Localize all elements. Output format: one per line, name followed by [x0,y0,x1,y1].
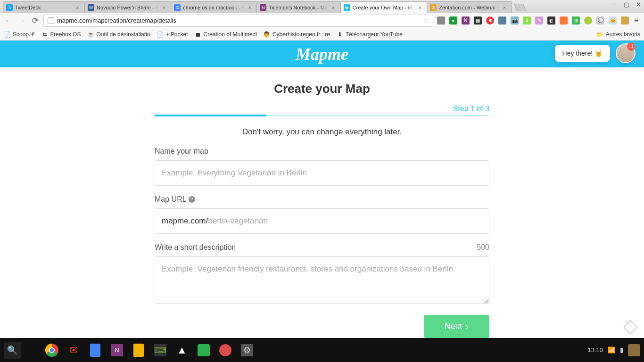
tab-title: Zentation.com - Webinar s [439,5,500,10]
browser-menu-icon[interactable]: ≡ [633,16,640,25]
ext-icon-7[interactable]: 📷 [511,16,519,25]
bookmark-item[interactable]: ⇆Freebox OS [41,31,81,38]
back-button[interactable]: ← [4,16,13,25]
ext-icon-6[interactable] [498,16,506,25]
onenote-icon[interactable]: N [462,16,470,25]
tab-close-icon[interactable]: × [503,5,509,10]
ext-icon-8[interactable]: ⬇ [523,16,531,25]
browser-tab[interactable]: 𝕏TweetDeck× [3,1,85,13]
bookmark-icon: 📄 [4,31,10,38]
url-input-group[interactable]: mapme.com/ berlin-vegetarian [155,208,489,234]
support-chat[interactable]: Hey there! 🤘 1 [555,43,636,63]
page-title: Create your Map [155,82,489,96]
clock: 13:10 [587,346,603,354]
ext-icon-2[interactable]: ● [449,16,457,25]
tab-close-icon[interactable]: × [332,5,338,10]
bookmark-icon: 📄 [157,31,163,38]
bookmarks-bar: 📄Scoop.it!⇆Freebox OS☕Outil de désinstal… [0,28,644,41]
chat-bubble[interactable]: Hey there! 🤘 [555,45,610,62]
ext-icon-5[interactable]: ✱ [486,16,494,25]
app-header: Mapme [0,41,644,67]
ext-icon-9[interactable]: ✎ [535,16,543,25]
tab-favicon: N [260,4,266,11]
settings-app-icon[interactable]: ⚙ [239,342,256,359]
tab-favicon: W [88,4,94,11]
slides-app-icon[interactable] [130,342,147,359]
tab-close-icon[interactable]: × [248,5,254,10]
minimize-icon[interactable]: — [611,1,617,8]
ext-icon-11[interactable] [560,16,568,25]
user-avatar-icon[interactable] [628,344,640,356]
bookmark-label: Freebox OS [50,31,81,38]
app-icon-6[interactable]: ⌨ [152,342,169,359]
docs-app-icon[interactable] [87,342,104,359]
bookmark-item[interactable]: 👨Cyberhistoiregeo.fr : re [264,31,330,38]
bookmark-item[interactable]: ◼Creation of Multimedi [195,31,257,38]
corner-badge-icon[interactable] [623,320,637,334]
reload-button[interactable]: ⟳ [30,16,40,25]
new-tab-button[interactable] [514,4,526,11]
search-button[interactable]: 🔍 [4,342,21,359]
address-bar[interactable]: mapme.com/mapcreation/createmap/details … [43,15,433,27]
tab-favicon: G [174,4,181,11]
browser-tab[interactable]: NTiceman's Notebook - Mic× [256,1,340,13]
ext-icon-1[interactable] [437,16,445,25]
tab-title: Novodio Power'n Share - E [97,5,159,10]
chat-text: Hey there! 🤘 [562,49,603,57]
bookmark-label: Outil de désinstallatio [96,31,150,38]
chrome-app-icon[interactable] [43,342,60,359]
description-input[interactable] [155,256,489,304]
ext-icon-16[interactable] [621,16,629,25]
url-field: Map URL ? mapme.com/ berlin-vegetarian [155,195,489,234]
tab-close-icon[interactable]: × [76,5,82,10]
bookmark-item[interactable]: ⬇Téléchargeur YouTube [337,31,403,38]
url-placeholder: berlin-vegetarian [208,216,268,226]
bookmark-item[interactable]: 📄Scoop.it! [4,31,35,38]
browser-tab[interactable]: WNovodio Power'n Share - E× [84,1,171,13]
chat-avatar[interactable]: 1 [616,43,636,63]
ext-icon-12[interactable]: ⊞ [572,16,580,25]
system-tray[interactable]: 13:10 📶 ▮ [587,344,640,356]
subtitle-text: Don't worry, you can change everything l… [155,127,489,137]
bookmark-item[interactable]: ☕Outil de désinstallatio [87,31,150,38]
url-text: mapme.com/mapcreation/createmap/details [57,17,176,24]
bookmark-icon: 👨 [264,31,270,38]
bookmark-star-icon[interactable]: ☆ [423,17,429,25]
mapme-logo[interactable]: Mapme [296,44,348,64]
tab-favicon: ◆ [344,4,350,11]
ext-icon-13[interactable] [584,16,592,25]
browser-tab[interactable]: Gchrome os on macbook - F× [171,1,257,13]
bookmark-item[interactable]: 📄+ Pocket [157,31,188,38]
tab-title: Ticeman's Notebook - Mic [269,5,328,10]
tab-title: Create your Own Map - Ma [353,5,415,10]
next-button[interactable]: Next › [424,315,489,338]
help-icon[interactable]: ? [189,196,195,203]
onenote-app-icon[interactable]: N [108,342,125,359]
browser-tab[interactable]: ◆Create your Own Map - Ma× [340,1,428,13]
site-info-icon[interactable] [48,17,54,24]
url-prefix: mapme.com/ [162,216,208,226]
name-field: Name your map [155,147,489,186]
step-indicator: Step 1 of 3 [453,105,489,113]
gmail-app-icon[interactable]: ✉ [65,342,82,359]
maximize-icon[interactable]: ▢ [624,1,629,8]
app-icon-9[interactable] [217,342,234,359]
browser-tabs: 𝕏TweetDeck×WNovodio Power'n Share - E×Gc… [3,0,512,13]
name-input[interactable] [155,160,489,186]
tab-close-icon[interactable]: × [418,5,424,10]
chat-badge: 1 [631,43,634,49]
other-bookmarks[interactable]: 📁Autres favoris [597,31,640,38]
ext-icon-15[interactable]: 🐱 [609,16,617,25]
drive-app-icon[interactable]: ▲ [173,342,190,359]
feedly-app-icon[interactable] [195,342,212,359]
bookmark-label: Scoop.it! [13,31,35,38]
forward-button[interactable]: → [17,16,26,25]
window-controls: — ▢ ✕ [611,1,641,8]
ext-icon-14[interactable]: 💬 [596,16,604,25]
ext-icon-4[interactable]: ▦ [474,16,482,25]
other-bookmarks-label: Autres favoris [606,31,640,38]
browser-tab[interactable]: ZZentation.com - Webinar s× [427,1,512,13]
tab-close-icon[interactable]: × [162,5,168,10]
close-icon[interactable]: ✕ [636,1,641,8]
ext-icon-10[interactable]: ◐ [547,16,555,25]
